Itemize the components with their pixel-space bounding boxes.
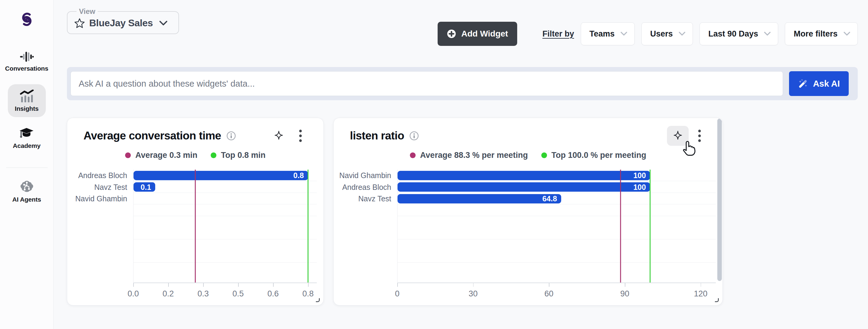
axis-tick-label: 60 [544,289,553,299]
chevron-down-icon [621,32,627,36]
widget-resize-handle[interactable] [715,298,719,302]
chart-category-label: Navid Ghambin [67,193,133,204]
top-toolbar: View BlueJay Sales [67,0,858,53]
plus-circle-icon [447,29,456,38]
teams-filter-dropdown[interactable]: Teams [581,22,635,45]
sidebar-item-academy[interactable]: Academy [13,127,41,149]
chevron-down-icon [844,32,850,36]
bar-chart: Navid GhambinAndreas BlochNavz Test 1001… [334,170,722,283]
info-icon[interactable] [409,131,419,141]
sidebar-item-insights[interactable]: Insights [8,84,46,117]
axis-tick-mark [238,283,239,287]
widget-resize-handle[interactable] [316,298,320,302]
filter-by-label: Filter by [542,29,574,38]
kebab-menu-icon [698,129,701,142]
widget-title: Average conversation time [84,130,221,142]
axis-tick-mark [308,283,309,287]
insights-dashboard: Conversations Insights Academ [0,0,868,329]
sidebar-item-label: AI Agents [12,196,41,203]
sidebar-divider [6,167,48,168]
chevron-down-icon [159,21,167,26]
axis-tick-mark [133,283,134,287]
add-widget-label: Add Widget [461,29,508,38]
axis-tick-label: 30 [469,289,478,299]
axis-tick-mark [397,283,398,287]
app-logo[interactable] [18,10,36,28]
top-reference-line [650,170,651,282]
view-selector-label: View [76,7,98,16]
users-filter-dropdown[interactable]: Users [641,22,693,45]
widget-scrollbar-thumb[interactable] [717,119,722,281]
chart-x-axis: 0306090120 [397,283,716,301]
chart-bar: 100 [398,182,650,192]
chevron-down-icon [679,32,685,36]
ask-ai-button[interactable]: Ask AI [789,71,849,96]
add-widget-button[interactable]: Add Widget [438,22,517,46]
legend-label: Average 0.3 min [135,150,197,160]
widget-header: Average conversation time [67,118,323,146]
chart-category-label: Navid Ghambin [334,170,397,182]
axis-tick-label: 0.0 [127,289,139,299]
axis-tick-label: 120 [694,289,707,299]
chart-x-axis: 0.00.20.30.50.60.8 [133,283,317,301]
legend-label: Top 0.8 min [221,150,266,160]
axis-tick-label: 0.6 [267,289,279,299]
widget-kebab-menu-button[interactable] [689,126,710,146]
chart-bar: 0.8 [133,171,308,180]
chart-bar-value-label: 0.8 [293,171,304,180]
widget-ai-sparkle-button[interactable] [667,126,689,146]
ask-ai-input[interactable] [70,71,783,96]
chart-bar-value-label: 100 [633,171,646,180]
top-reference-line [308,170,309,282]
date-range-dropdown[interactable]: Last 90 Days [700,22,778,45]
axis-tick-mark [203,283,204,287]
chart-category-label: Navz Test [334,193,397,204]
widget-kebab-menu-button[interactable] [290,126,311,146]
ask-ai-button-label: Ask AI [813,79,840,89]
axis-tick-label: 0.2 [162,289,174,299]
axis-tick-mark [701,283,701,287]
axis-tick-label: 0.8 [302,289,314,299]
chart-bar: 100 [398,171,650,180]
widget-title: listen ratio [350,130,404,142]
sidebar: Conversations Insights Academ [0,0,54,329]
axis-tick-label: 90 [620,289,629,299]
axis-tick-mark [549,283,550,287]
conversations-icon [20,51,34,62]
legend-dot [410,153,415,158]
chart-legend: Average 88.3 % per meetingTop 100.0 % pe… [334,150,722,160]
sidebar-item-label: Conversations [5,65,48,72]
chart-bar-value-label: 100 [633,183,646,191]
more-filters-dropdown[interactable]: More filters [785,22,858,45]
axis-tick-mark [625,283,625,287]
insights-icon [20,90,34,102]
chart-category-labels: Andreas BlochNavz TestNavid Ghambin [67,170,133,283]
legend-dot [541,153,547,158]
sidebar-item-label: Academy [13,142,41,149]
view-selector[interactable]: View BlueJay Sales [67,7,179,34]
chart-plot-area: 0.80.1 [133,170,317,283]
logo-icon [18,10,36,28]
magic-wand-icon [798,79,808,89]
legend-item: Top 100.0 % per meeting [541,150,647,160]
kebab-menu-icon [299,129,302,142]
sidebar-item-conversations[interactable]: Conversations [5,51,48,72]
sidebar-item-label: Insights [15,105,38,112]
legend-label: Top 100.0 % per meeting [552,150,647,160]
legend-dot [125,153,131,158]
bar-chart: Andreas BlochNavz TestNavid Ghambin 0.80… [67,170,323,283]
axis-tick-mark [168,283,169,287]
chart-plot-area: 10010064.8 [397,170,716,283]
average-reference-line [195,170,195,282]
sidebar-item-ai-agents[interactable]: AI Agents [12,180,41,203]
average-reference-line [620,170,621,282]
main-content: View BlueJay Sales [54,0,868,329]
chart-bar-value-label: 0.1 [141,183,151,191]
widget-ai-sparkle-button[interactable] [268,126,290,146]
widget-average-conversation-time: Average conversation time [67,118,324,305]
info-icon[interactable] [226,131,236,141]
ask-ai-bar: Ask AI [67,67,858,100]
axis-tick-mark [273,283,274,287]
sparkle-icon [273,130,284,142]
chart-legend: Average 0.3 minTop 0.8 min [67,150,323,160]
